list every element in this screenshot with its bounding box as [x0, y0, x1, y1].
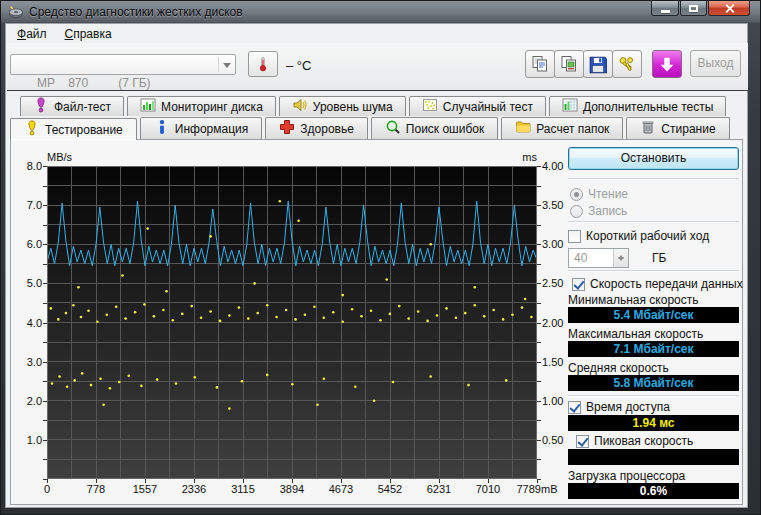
tab-folder-usage[interactable]: Расчет папок: [501, 117, 623, 139]
checkbox-checked-icon: [572, 278, 585, 291]
checkbox-checked-icon: [568, 401, 581, 414]
info-icon: [154, 119, 170, 138]
separator: [568, 221, 739, 223]
avg-speed-value: 5.8 Мбайт/сек: [568, 375, 739, 391]
tab-information[interactable]: Информация: [140, 117, 262, 139]
options-button[interactable]: [612, 50, 642, 78]
separator: [568, 395, 739, 397]
device-select-value: MP 870 (7 ГБ): [37, 76, 151, 90]
save-icon: [588, 55, 608, 73]
short-stroke-checkbox[interactable]: Короткий рабочий ход: [568, 229, 709, 243]
spinner-arrows-icon[interactable]: [613, 249, 628, 267]
tab-testing[interactable]: Тестирование: [10, 118, 137, 140]
menu-bar: Файл Справка: [8, 26, 121, 43]
radio-icon: [570, 205, 583, 218]
copy-text-icon: [530, 55, 550, 73]
capacity-spinner[interactable]: 40: [568, 248, 629, 268]
tab-disk-monitor[interactable]: Мониторинг диска: [127, 96, 276, 116]
write-radio[interactable]: Запись: [570, 204, 627, 218]
burst-rate-value: [568, 449, 739, 465]
tab-label: Стирание: [661, 122, 715, 136]
device-select[interactable]: MP 870 (7 ГБ): [10, 54, 236, 75]
down-arrow-icon: [657, 55, 677, 73]
magnifier-icon: [385, 119, 401, 138]
app-window: Средство диагностики жестких дисков Файл…: [0, 0, 761, 515]
copy-image-button[interactable]: [554, 50, 584, 78]
temperature-readout: – °C: [286, 58, 311, 73]
trash-icon: [640, 119, 656, 138]
dots-icon: [422, 97, 438, 116]
read-radio[interactable]: Чтение: [570, 187, 628, 201]
tab-label: Здоровье: [300, 122, 354, 136]
menu-item-file[interactable]: Файл: [8, 26, 56, 43]
copy-text-button[interactable]: [525, 50, 555, 78]
tab-label: Файл-тест: [54, 100, 111, 114]
cpu-load-value: 0.6%: [568, 483, 739, 499]
speaker-icon: [292, 97, 308, 116]
toolbar-buttons: [525, 50, 682, 78]
folder-icon: [515, 119, 531, 138]
keys-icon: [617, 55, 637, 73]
tab-extra-tests[interactable]: Дополнительные тесты: [549, 96, 726, 116]
checkbox-checked-icon: [576, 435, 589, 448]
health-icon: [279, 119, 295, 138]
tab-label: Тестирование: [45, 123, 123, 137]
client-area: Файл Справка MP 870 (7 ГБ) – °C Выход Фа…: [5, 23, 748, 508]
max-speed-value: 7.1 Мбайт/сек: [568, 341, 739, 357]
stop-button[interactable]: Остановить: [568, 147, 739, 170]
tab-label: Дополнительные тесты: [583, 100, 713, 114]
tab-row-secondary: Файл-тестМониторинг дискаУровень шумаСлу…: [20, 95, 726, 116]
max-speed-label: Максимальная скорость: [568, 327, 703, 341]
lamp-yellow-icon: [24, 120, 40, 139]
separator: [568, 270, 739, 272]
copy-image-icon: [559, 55, 579, 73]
tab-label: Информация: [175, 122, 248, 136]
tab-label: Поиск ошибок: [406, 122, 484, 136]
temperature-button[interactable]: [248, 51, 278, 77]
chart-grid-icon: [562, 97, 578, 116]
tab-file-test[interactable]: Файл-тест: [20, 96, 124, 116]
capacity-unit-label: ГБ: [652, 251, 666, 265]
access-time-value: 1.94 мс: [568, 415, 739, 431]
avg-speed-label: Средняя скорость: [568, 361, 669, 375]
tab-label: Случайный тест: [443, 100, 533, 114]
tab-row-primary: ТестированиеИнформацияЗдоровьеПоиск ошиб…: [10, 116, 730, 139]
save-button[interactable]: [583, 50, 613, 78]
temperature-value: –: [286, 58, 293, 73]
access-time-checkbox[interactable]: Время доступа: [568, 400, 670, 414]
menu-item-help[interactable]: Справка: [56, 26, 121, 43]
min-speed-value: 5.4 Мбайт/сек: [568, 307, 739, 323]
lamp-purple-icon: [33, 97, 49, 116]
tab-label: Расчет папок: [536, 122, 609, 136]
separator: [568, 178, 739, 180]
tab-error-scan[interactable]: Поиск ошибок: [371, 117, 498, 139]
tab-label: Уровень шума: [313, 100, 393, 114]
tab-noise-level[interactable]: Уровень шума: [279, 96, 406, 116]
bar-chart-icon: [140, 97, 156, 116]
checkbox-icon: [568, 230, 581, 243]
transfer-speed-checkbox[interactable]: Скорость передачи данных: [572, 277, 743, 291]
cpu-load-label: Загрузка процессора: [568, 469, 685, 483]
temperature-unit: °C: [297, 58, 312, 73]
chevron-down-icon: [218, 57, 233, 72]
download-button[interactable]: [652, 50, 682, 78]
tab-erase[interactable]: Стирание: [626, 117, 729, 139]
min-speed-label: Минимальная скорость: [568, 293, 699, 307]
tab-label: Мониторинг диска: [161, 100, 263, 114]
tab-random-test[interactable]: Случайный тест: [409, 96, 546, 116]
tab-health[interactable]: Здоровье: [265, 117, 368, 139]
capacity-value: 40: [574, 251, 587, 265]
burst-rate-checkbox[interactable]: Пиковая скорость: [576, 434, 693, 448]
radio-selected-icon: [570, 188, 583, 201]
thermometer-icon: [255, 56, 271, 72]
exit-button[interactable]: Выход: [690, 50, 741, 77]
